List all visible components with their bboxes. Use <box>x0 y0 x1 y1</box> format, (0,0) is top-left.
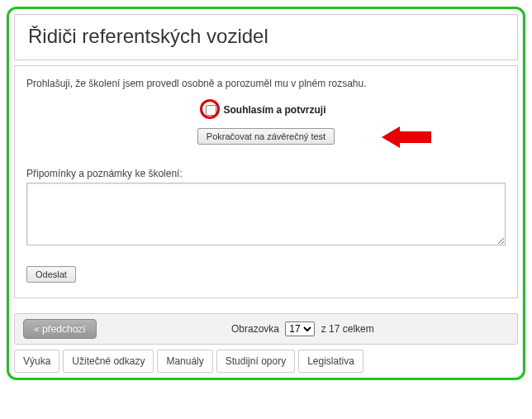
confirm-checkbox[interactable] <box>206 105 216 116</box>
declaration-text: Prohlašuji, že školení jsem provedl osob… <box>26 78 506 89</box>
notes-textarea[interactable] <box>26 183 506 245</box>
continue-row: Pokračovat na závěrečný test <box>26 128 506 145</box>
tabs-row: Výuka Užitečné odkazy Manuály Studijní o… <box>14 350 518 373</box>
pager-screen-word: Obrazovka <box>231 323 279 335</box>
send-button[interactable]: Odeslat <box>26 266 76 283</box>
arrow-left-icon <box>382 126 431 148</box>
tab-vyuka[interactable]: Výuka <box>14 350 59 373</box>
continue-button[interactable]: Pokračovat na závěrečný test <box>197 128 335 145</box>
svg-marker-0 <box>382 126 431 148</box>
send-row: Odeslat <box>26 266 506 283</box>
main-panel: Prohlašuji, že školení jsem provedl osob… <box>14 65 518 298</box>
tab-studijni-opory[interactable]: Studijní opory <box>216 350 295 373</box>
tab-uzitecne-odkazy[interactable]: Užitečné odkazy <box>63 350 154 373</box>
pager-of-text: z 17 celkem <box>321 323 374 335</box>
tab-legislativa[interactable]: Legislativa <box>298 350 363 373</box>
pager-bar: « předchozí Obrazovka 17 z 17 celkem <box>14 313 518 345</box>
confirm-label: Souhlasím a potvrzuji <box>223 104 325 116</box>
confirm-label-wrap[interactable]: Souhlasím a potvrzuji <box>206 104 325 116</box>
pager-center: Obrazovka 17 z 17 celkem <box>97 321 509 336</box>
prev-button[interactable]: « předchozí <box>23 319 97 339</box>
footer: « předchozí Obrazovka 17 z 17 celkem Výu… <box>14 313 518 373</box>
confirm-row: Souhlasím a potvrzuji <box>26 104 506 118</box>
tab-manualy[interactable]: Manuály <box>157 350 212 373</box>
notes-label: Připomínky a poznámky ke školení: <box>26 168 506 179</box>
pager-select[interactable]: 17 <box>285 321 315 336</box>
page-title: Řidiči referentských vozidel <box>28 25 504 48</box>
title-panel: Řidiči referentských vozidel <box>14 14 518 60</box>
app-frame: Řidiči referentských vozidel Prohlašuji,… <box>7 7 525 380</box>
